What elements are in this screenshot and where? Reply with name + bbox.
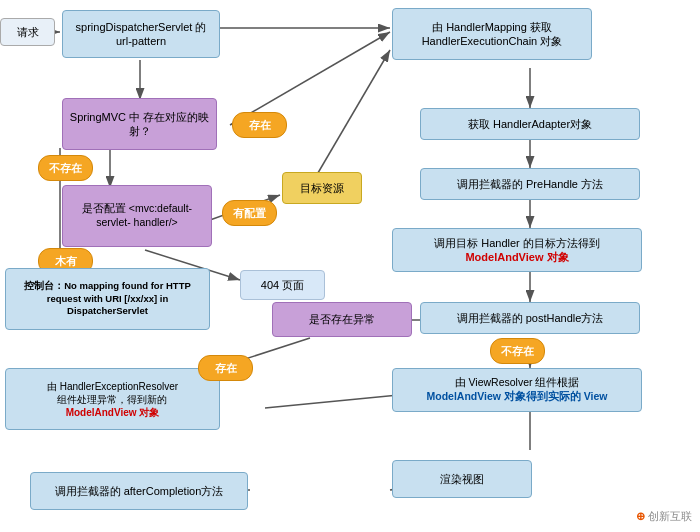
handler-exception-text: 由 HandlerExceptionResolver组件处理异常，得到新的Mod… [47,380,178,419]
exists-badge: 存在 [232,112,287,138]
spring-dispatcher-node: springDispatcherServlet 的 url-pattern [62,10,220,58]
is-configured-node: 是否配置 <mvc:default-servlet- handler/> [62,185,212,247]
spring-mapping-node: SpringMVC 中 存在对应的映射？ [62,98,217,150]
call-target-handler-node: 调用目标 Handler 的目标方法得到ModelAndView 对象 [392,228,642,272]
post-handle-node: 调用拦截器的 postHandle方法 [420,302,640,334]
request-label: 请求 [0,18,55,46]
exception-exists-badge: 存在 [198,355,253,381]
console-msg-node: 控制台：No mapping found for HTTP request wi… [5,268,210,330]
handler-exception-red: ModelAndView 对象 [66,407,160,418]
target-resource-node: 目标资源 [282,172,362,204]
get-handler-adapter-node: 获取 HandlerAdapter对象 [420,108,640,140]
model-and-view-text: ModelAndView 对象 [465,251,568,263]
svg-line-13 [315,50,390,178]
no-exception-badge: 不存在 [490,338,545,364]
view-resolver-text: 由 ViewResolver 组件根据ModelAndView 对象得到实际的 … [426,376,607,403]
logo-icon: ⊕ [636,510,645,522]
diagram: 请求 springDispatcherServlet 的 url-pattern… [0,0,700,532]
handler-mapping-node: 由 HandlerMapping 获取 HandlerExecutionChai… [392,8,592,60]
view-resolver-node: 由 ViewResolver 组件根据ModelAndView 对象得到实际的 … [392,368,642,412]
call-target-handler-text: 调用目标 Handler 的目标方法得到ModelAndView 对象 [434,236,600,265]
view-resolver-blue: ModelAndView 对象得到实际的 View [426,390,607,402]
pre-handle-node: 调用拦截器的 PreHandle 方法 [420,168,640,200]
render-view-node: 渲染视图 [392,460,532,498]
no-exists-badge: 不存在 [38,155,93,181]
is-exception-node: 是否存在异常 [272,302,412,337]
logo: ⊕ 创新互联 [636,509,692,524]
has-config-badge: 有配置 [222,200,277,226]
handler-exception-node: 由 HandlerExceptionResolver组件处理异常，得到新的Mod… [5,368,220,430]
page-404-node: 404 页面 [240,270,325,300]
logo-text: 创新互联 [648,510,692,522]
after-completion-node: 调用拦截器的 afterCompletion方法 [30,472,248,510]
